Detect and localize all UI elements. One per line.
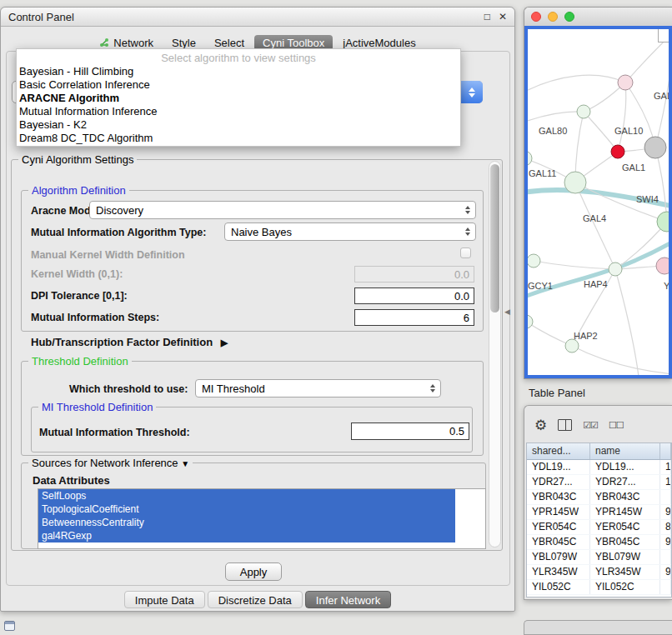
floating-panel-icon[interactable]	[4, 621, 15, 631]
settings-scrollbar-thumb[interactable]	[490, 164, 499, 312]
manual-kernel-checkbox[interactable]	[460, 248, 471, 258]
table-cell: YPR145W	[527, 505, 590, 519]
data-attributes-list[interactable]: SelfLoopsTopologicalCoefficientBetweenne…	[38, 488, 486, 549]
column-header[interactable]	[660, 443, 671, 459]
network-node[interactable]	[656, 258, 669, 274]
network-node[interactable]	[611, 145, 624, 158]
algorithm-option[interactable]: Bayesian - K2	[17, 118, 460, 132]
algorithm-option[interactable]: Basic Correlation Inference	[17, 78, 460, 92]
table-cell: YLR345W	[527, 565, 590, 579]
algorithm-option[interactable]: Mutual Information Inference	[17, 105, 460, 118]
network-edge[interactable]	[618, 82, 626, 152]
close-traffic-light-icon[interactable]	[531, 12, 541, 22]
table-row[interactable]: YDR27...YDR27...12	[527, 475, 671, 490]
apply-button[interactable]: Apply	[225, 562, 282, 581]
network-edge[interactable]	[584, 112, 618, 152]
table-row[interactable]: YLR345WYLR345W9.	[527, 565, 671, 580]
combobox-dropdown-button-icon[interactable]	[461, 81, 483, 103]
algorithm-definition-title: Algorithm Definition	[28, 184, 129, 197]
attribute-list-item[interactable]: gal4RGexp	[38, 529, 455, 542]
tab-discretize-data[interactable]: Discretize Data	[208, 591, 303, 608]
network-node[interactable]	[644, 137, 666, 158]
network-node[interactable]	[577, 105, 590, 118]
table-row[interactable]: YER054CYER054C8.	[527, 520, 671, 535]
column-visibility-icon[interactable]	[558, 419, 572, 431]
table-cell: YBR043C	[590, 490, 660, 504]
splitter-collapse-icon[interactable]: ◀	[504, 308, 510, 316]
table-row[interactable]: YPR145WYPR145W9.	[527, 505, 671, 520]
network-node[interactable]	[657, 212, 669, 232]
network-edge[interactable]	[572, 346, 669, 374]
gear-icon[interactable]: ⚙	[534, 417, 547, 434]
network-edge[interactable]	[528, 112, 584, 122]
deselect-all-icon[interactable]: ☐☐	[609, 420, 624, 431]
chevron-right-icon: ▶	[221, 338, 228, 348]
scrollbar-corner	[658, 29, 669, 42]
algorithm-option[interactable]: Dream8 DC_TDC Algorithm	[17, 132, 460, 145]
table-row[interactable]: YBL079WYBL079W	[527, 550, 671, 565]
dpi-tolerance-field[interactable]: 0.0	[354, 288, 474, 304]
select-all-icon[interactable]: ☑☑	[583, 420, 598, 431]
network-node[interactable]	[528, 151, 532, 166]
network-node[interactable]	[609, 262, 622, 276]
network-node[interactable]	[528, 254, 540, 268]
network-node-label: SWI4	[636, 194, 659, 204]
table-cell: YDL19...	[527, 460, 590, 474]
mi-type-combobox[interactable]: Naive Bayes	[224, 222, 476, 241]
close-window-icon[interactable]: ✕	[499, 11, 507, 22]
which-threshold-combobox[interactable]: MI Threshold	[195, 379, 441, 398]
network-node[interactable]	[528, 315, 533, 328]
attribute-list-item[interactable]: BetweennessCentrality	[38, 516, 455, 529]
table-row[interactable]: YBR045CYBR045C9.	[527, 535, 671, 550]
tab-infer-network[interactable]: Infer Network	[305, 591, 391, 608]
attribute-list-item[interactable]: TopologicalCoefficient	[38, 502, 455, 516]
column-header[interactable]: shared...	[527, 443, 590, 459]
network-node-label: GAL1	[622, 162, 645, 172]
network-window-titlebar[interactable]	[524, 8, 672, 27]
mi-steps-field[interactable]: 6	[354, 309, 474, 326]
table-cell: 8.	[660, 520, 671, 534]
sources-toggle[interactable]: Sources for Network Inference ▼	[28, 457, 193, 469]
hub-section-toggle[interactable]: Hub/Transcription Factor Definition ▶	[31, 336, 228, 348]
table-row[interactable]: YBR043CYBR043C	[527, 490, 671, 505]
network-canvas[interactable]: GAL80GAL10GAL11GAL1SWI4GAL4GCY1HAP4HAP2G…	[524, 26, 672, 378]
table-row[interactable]: YDL19...YDL19...13	[527, 460, 671, 475]
network-edge[interactable]	[528, 322, 572, 346]
tab-impute-data[interactable]: Impute Data	[124, 591, 205, 608]
algorithm-option[interactable]: ARACNE Algorithm	[17, 92, 460, 105]
aracne-mode-value: Discovery	[96, 204, 143, 217]
table-cell: YBL079W	[590, 550, 660, 564]
settings-scrollbar[interactable]	[489, 161, 501, 548]
network-edge[interactable]	[528, 75, 625, 92]
network-edge[interactable]	[615, 269, 639, 377]
network-node-label: HAP4	[584, 279, 608, 289]
app-root: Control Panel □ ✕ Network Style Select C…	[0, 0, 672, 635]
table-cell: YDL19...	[590, 460, 660, 474]
tab-network-label: Network	[113, 37, 153, 49]
network-edge[interactable]	[655, 148, 667, 222]
which-threshold-value: MI Threshold	[202, 382, 265, 395]
algorithm-option[interactable]: Bayesian - Hill Climbing	[17, 65, 460, 78]
aracne-mode-combobox[interactable]: Discovery	[89, 201, 476, 219]
table-row[interactable]: YIL052CYIL052C	[527, 580, 671, 595]
float-window-icon[interactable]: □	[484, 11, 490, 22]
network-edge[interactable]	[625, 39, 666, 82]
network-node[interactable]	[618, 75, 633, 90]
table-cell	[660, 550, 671, 564]
column-header[interactable]: name	[590, 443, 660, 459]
tab-cyni-toolbox-label: Cyni Toolbox	[263, 37, 324, 49]
network-node[interactable]	[564, 172, 586, 193]
kernel-width-field[interactable]: 0.0	[354, 266, 474, 282]
minimize-traffic-light-icon[interactable]	[548, 12, 558, 22]
table-cell: 12	[660, 475, 671, 489]
zoom-traffic-light-icon[interactable]	[564, 12, 574, 22]
mi-threshold-value: 0.5	[449, 425, 464, 438]
network-edge[interactable]	[534, 261, 615, 269]
kernel-width-value: 0.0	[454, 268, 469, 281]
attribute-list-item[interactable]: SelfLoops	[38, 489, 455, 502]
control-panel-titlebar: Control Panel □ ✕	[1, 8, 514, 27]
mi-threshold-field[interactable]: 0.5	[351, 422, 469, 440]
tab-select-label: Select	[214, 37, 244, 49]
network-node[interactable]	[565, 339, 579, 352]
network-node-label: GAL7	[654, 91, 669, 101]
